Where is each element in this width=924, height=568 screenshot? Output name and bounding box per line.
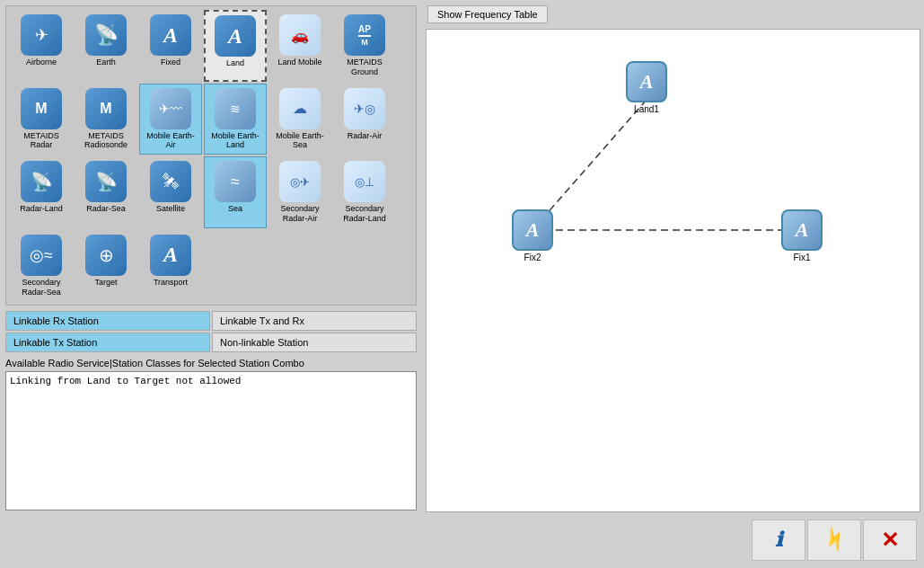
target-label: Target (94, 278, 117, 288)
show-frequency-table-button[interactable]: Show Frequency Table (427, 5, 548, 23)
land-icon: A (215, 15, 256, 57)
station-earth[interactable]: 📡 Earth (75, 10, 137, 82)
station-satellite[interactable]: 🛰 Satellite (139, 156, 202, 228)
mobile-earth-air-label: Mobile Earth-Air (142, 131, 199, 151)
metaids-radiosonde-label: METAIDS Radiosonde (77, 131, 135, 151)
station-airborne[interactable]: ✈ Airborne (10, 10, 73, 82)
station-metaids-radar[interactable]: M METAIDS Radar (10, 84, 73, 155)
radar-sea-icon: 📡 (85, 161, 127, 202)
target-icon: ⊕ (85, 235, 127, 276)
station-transport[interactable]: A Transport (139, 230, 202, 302)
station-mobile-earth-air[interactable]: ✈〰 Mobile Earth-Air (139, 84, 202, 155)
station-sea[interactable]: ≈ Sea (204, 156, 267, 228)
secondary-radar-land-icon: ◎⊥ (344, 161, 385, 202)
available-textarea[interactable] (5, 371, 417, 510)
metaids-radar-label: METAIDS Radar (13, 131, 70, 151)
right-panel: Show Frequency Table A Land1 A (422, 0, 924, 568)
earth-icon: 📡 (85, 14, 127, 56)
mobile-earth-land-label: Mobile Earth-Land (207, 131, 264, 151)
legend-non: Non-linkable Station (212, 333, 417, 352)
sea-icon: ≈ (215, 161, 256, 202)
left-panel: ✈ Airborne 📡 Earth A Fixed A Land 🚗 Land… (0, 0, 422, 568)
land-mobile-icon: 🚗 (279, 14, 321, 56)
fix1-label: Fix1 (794, 253, 811, 262)
station-target[interactable]: ⊕ Target (75, 230, 137, 302)
fix2-label: Fix2 (524, 253, 541, 262)
sea-label: Sea (228, 204, 242, 214)
radar-air-icon: ✈◎ (344, 88, 385, 129)
land-label: Land (226, 58, 244, 68)
legend-rx: Linkable Rx Station (5, 311, 210, 331)
satellite-icon: 🛰 (150, 161, 191, 202)
station-metaids-ground[interactable]: AP M METAIDS Ground (333, 10, 396, 82)
land-mobile-label: Land Mobile (277, 58, 321, 67)
station-radar-sea[interactable]: 📡 Radar-Sea (75, 156, 137, 228)
fixed-icon: A (150, 14, 191, 56)
bottom-toolbar: ℹ ⚡ ✕ (426, 516, 920, 564)
available-section: Available Radio Service|Station Classes … (5, 358, 417, 510)
secondary-radar-sea-label: Secondary Radar-Sea (13, 278, 70, 297)
secondary-radar-land-label: Secondary Radar-Land (336, 204, 393, 224)
metaids-ground-label: METAIDS Ground (336, 58, 393, 77)
fixed-label: Fixed (161, 58, 180, 67)
station-radar-air[interactable]: ✈◎ Radar-Air (333, 84, 396, 155)
metaids-radar-icon: M (21, 88, 62, 129)
legend-tx: Linkable Tx Station (5, 333, 210, 352)
canvas-svg (427, 30, 920, 511)
earth-label: Earth (96, 58, 116, 67)
info-button[interactable]: ℹ (752, 519, 805, 561)
station-secondary-radar-air[interactable]: ◎✈ Secondary Radar-Air (268, 156, 331, 228)
mobile-earth-air-icon: ✈〰 (150, 88, 191, 129)
fix1-icon: A (781, 209, 823, 251)
mobile-earth-sea-label: Mobile Earth-Sea (271, 131, 329, 151)
radar-air-label: Radar-Air (348, 131, 383, 141)
station-secondary-radar-sea[interactable]: ◎≈ Secondary Radar-Sea (10, 230, 73, 302)
node-fix2[interactable]: A Fix2 (512, 209, 553, 262)
link-button[interactable]: ⚡ (807, 519, 861, 561)
station-land[interactable]: A Land (204, 10, 267, 82)
land1-label: Land1 (634, 104, 659, 114)
close-button[interactable]: ✕ (863, 519, 917, 561)
radar-sea-label: Radar-Sea (86, 204, 126, 214)
secondary-radar-air-label: Secondary Radar-Air (271, 204, 329, 224)
legend-tx-rx: Linkable Tx and Rx (212, 311, 417, 331)
secondary-radar-air-icon: ◎✈ (279, 161, 321, 202)
radar-land-label: Radar-Land (20, 204, 63, 214)
station-fixed[interactable]: A Fixed (139, 10, 202, 82)
link-icon: ⚡ (817, 523, 850, 556)
station-grid: ✈ Airborne 📡 Earth A Fixed A Land 🚗 Land… (5, 5, 417, 306)
station-radar-land[interactable]: 📡 Radar-Land (10, 156, 73, 228)
mobile-earth-land-icon: ≋ (215, 88, 256, 129)
transport-label: Transport (154, 278, 188, 288)
radar-land-icon: 📡 (21, 161, 62, 202)
secondary-radar-sea-icon: ◎≈ (21, 235, 62, 276)
station-mobile-earth-sea[interactable]: ☁ Mobile Earth-Sea (268, 84, 331, 155)
transport-icon: A (150, 235, 191, 276)
satellite-label: Satellite (156, 204, 185, 214)
node-fix1[interactable]: A Fix1 (781, 209, 823, 262)
legend-section: Linkable Rx Station Linkable Tx and Rx L… (5, 311, 417, 352)
metaids-ground-icon: AP M (344, 14, 385, 56)
node-land1[interactable]: A Land1 (626, 61, 667, 114)
mobile-earth-sea-icon: ☁ (279, 88, 321, 129)
station-land-mobile[interactable]: 🚗 Land Mobile (268, 10, 331, 82)
station-mobile-earth-land[interactable]: ≋ Mobile Earth-Land (204, 84, 267, 155)
available-title: Available Radio Service|Station Classes … (5, 358, 417, 368)
toolbar: Show Frequency Table (426, 4, 920, 25)
station-secondary-radar-land[interactable]: ◎⊥ Secondary Radar-Land (333, 156, 396, 228)
airborne-label: Airborne (26, 58, 57, 67)
station-metaids-radiosonde[interactable]: M METAIDS Radiosonde (75, 84, 137, 155)
land1-icon: A (626, 61, 667, 102)
airborne-icon: ✈ (21, 14, 62, 56)
info-icon: ℹ (775, 528, 782, 552)
close-icon: ✕ (881, 528, 899, 553)
canvas-area: A Land1 A Fix2 A Fix1 (426, 29, 920, 512)
fix2-icon: A (512, 209, 553, 251)
metaids-radiosonde-icon: M (85, 88, 127, 129)
